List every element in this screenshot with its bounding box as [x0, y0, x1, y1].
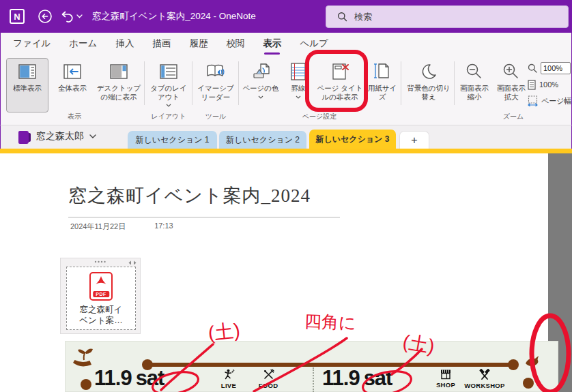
category-shop: SHOP: [430, 369, 461, 389]
paper-size-icon: [373, 61, 391, 82]
standard-view-label: 標準表示: [13, 84, 42, 93]
document-icon: [528, 80, 536, 90]
menu-bar: ファイル ホーム 挿入 描画 履歴 校閲 表示 ヘルプ: [0, 33, 572, 55]
right-event-date: 11.9sat: [322, 366, 392, 391]
pdf-file-card[interactable]: PDF 窓之森町イ ベント案…: [66, 267, 136, 330]
chevron-down-icon: [76, 14, 83, 18]
add-section-button[interactable]: +: [399, 131, 429, 149]
dock-to-desktop-button[interactable]: デスクトップの端に表示: [95, 59, 143, 110]
zoom-out-button[interactable]: 画面表示縮小: [457, 59, 492, 110]
menu-tab-view[interactable]: 表示: [263, 37, 281, 50]
page-title[interactable]: 窓之森町イベント案内_2024: [68, 183, 311, 208]
background-switch-button[interactable]: 背景色の切り替え: [405, 59, 453, 110]
zoom-in-icon: [502, 61, 520, 82]
menu-tab-review[interactable]: 校閲: [226, 37, 244, 50]
ribbon-separator: [144, 61, 145, 105]
moon-icon: [420, 61, 438, 82]
undo-button[interactable]: [59, 8, 75, 25]
page-canvas[interactable]: 窓之森町イベント案内_2024 2024年11月22日 17:13 PDF 窓之…: [0, 153, 572, 392]
page-color-label: ページの色: [242, 84, 278, 93]
immersive-reader-button[interactable]: イマーシブリーダー: [195, 59, 237, 110]
page-date: 2024年11月22日: [70, 222, 126, 232]
flyer-brown-dot: [523, 378, 534, 389]
zoom-in-button[interactable]: 画面表示拡大: [494, 59, 529, 110]
paper-size-label: 用紙サイズ: [367, 84, 398, 101]
full-view-icon: [63, 61, 81, 82]
crossed-utensils-icon: [263, 369, 274, 380]
section-bar: 窓之森太郎 新しいセクション 1 新しいセクション 2 新しいセクション 3 +: [0, 125, 572, 149]
active-section-color-bar: [0, 149, 572, 153]
dancer-icon: [223, 369, 235, 380]
background-switch-label: 背景色の切り替え: [405, 84, 453, 101]
pdf-file-icon: PDF: [89, 272, 113, 301]
zoom-in-label: 画面表示拡大: [494, 84, 529, 101]
search-input[interactable]: [354, 12, 525, 22]
undo-icon: [59, 9, 74, 24]
menu-tab-help[interactable]: ヘルプ: [300, 37, 328, 50]
page-color-icon: [251, 61, 270, 82]
timeline-end-dot: [508, 359, 519, 370]
menu-tab-history[interactable]: 履歴: [189, 37, 208, 50]
full-view-button[interactable]: 全体表示: [51, 59, 94, 110]
drag-handle-icon[interactable]: [94, 260, 106, 263]
search-icon: [337, 12, 347, 22]
section-tab-2[interactable]: 新しいセクション 2: [219, 131, 306, 149]
paper-size-button[interactable]: 用紙サイズ: [367, 59, 398, 110]
menu-tab-draw[interactable]: 描画: [152, 37, 171, 50]
pdf-file-name: 窓之森町イ ベント案…: [79, 304, 122, 326]
page-color-button[interactable]: ページの色: [241, 59, 281, 110]
flyer-divider: [313, 367, 314, 392]
pdf-attachment[interactable]: PDF 窓之森町イ ベント案…: [60, 258, 141, 334]
resize-arrows-icon[interactable]: [128, 260, 137, 265]
immersive-reader-label: イマーシブリーダー: [195, 84, 237, 101]
page-width-icon: [528, 95, 538, 106]
ribbon-separator: [401, 61, 401, 105]
full-view-label: 全体表示: [58, 84, 87, 93]
page-width-button[interactable]: ページ幅: [541, 96, 572, 106]
section-tab-1[interactable]: 新しいセクション 1: [128, 131, 217, 149]
menu-tab-insert[interactable]: 挿入: [115, 37, 134, 50]
event-flyer-image[interactable]: 11.9sat LIVE FOOD 11.: [65, 341, 558, 392]
ribbon-group-view: 表示: [6, 112, 143, 121]
zoom-out-icon: [466, 61, 483, 82]
category-food: FOOD: [251, 369, 285, 389]
onenote-window: N 窓之森町イベント案内_2024 - OneNote: [0, 0, 572, 392]
notebook-dropdown[interactable]: 窓之森太郎: [36, 130, 96, 142]
hand-sprout-icon: [69, 344, 98, 373]
back-button[interactable]: [37, 8, 53, 25]
ribbon-group-page-setup: ページ設定: [241, 112, 398, 121]
ribbon-group-layout: レイアウト: [147, 112, 190, 121]
rule-lines-icon: [290, 61, 306, 82]
zoom-out-label: 画面表示縮小: [457, 84, 492, 101]
page-time: 17:13: [154, 222, 173, 232]
back-arrow-icon: [38, 9, 53, 24]
category-workshop: WORKSHOP: [462, 369, 507, 389]
chevron-down-icon: [258, 93, 263, 99]
ribbon-separator: [454, 61, 455, 105]
tab-layout-label: タブのレイアウト: [147, 84, 190, 101]
hide-page-title-label: ページ タイトルの非表示: [315, 84, 365, 101]
left-event-date: 11.9sat: [94, 366, 164, 391]
ribbon-separator: [192, 61, 192, 105]
tab-layout-icon: [160, 61, 177, 82]
undo-dropdown-button[interactable]: [74, 8, 85, 25]
rule-lines-button[interactable]: 罫線: [283, 59, 313, 110]
hide-page-title-button[interactable]: ページ タイトルの非表示: [315, 59, 365, 110]
onenote-app-icon: N: [10, 9, 25, 24]
search-box[interactable]: [326, 5, 569, 28]
notebook-name: 窓之森太郎: [36, 130, 84, 142]
menu-tab-home[interactable]: ホーム: [69, 37, 97, 50]
zoom-value-input[interactable]: [541, 62, 571, 74]
standard-view-button[interactable]: 標準表示: [6, 58, 48, 112]
ribbon-separator: [238, 61, 239, 105]
crossed-hammers-icon: [478, 369, 491, 380]
chevron-down-icon: [89, 134, 96, 138]
hide-page-title-icon: [330, 61, 349, 82]
zoom-100-button[interactable]: 100%: [539, 80, 558, 89]
page-title-underline: [68, 217, 340, 217]
tab-layout-button[interactable]: タブのレイアウト: [147, 59, 190, 110]
menu-tab-file[interactable]: ファイル: [13, 37, 51, 50]
zoom-controls: 100% ページ幅: [528, 60, 572, 109]
magnifier-icon: [528, 63, 537, 73]
section-tab-3-active[interactable]: 新しいセクション 3: [309, 130, 396, 149]
